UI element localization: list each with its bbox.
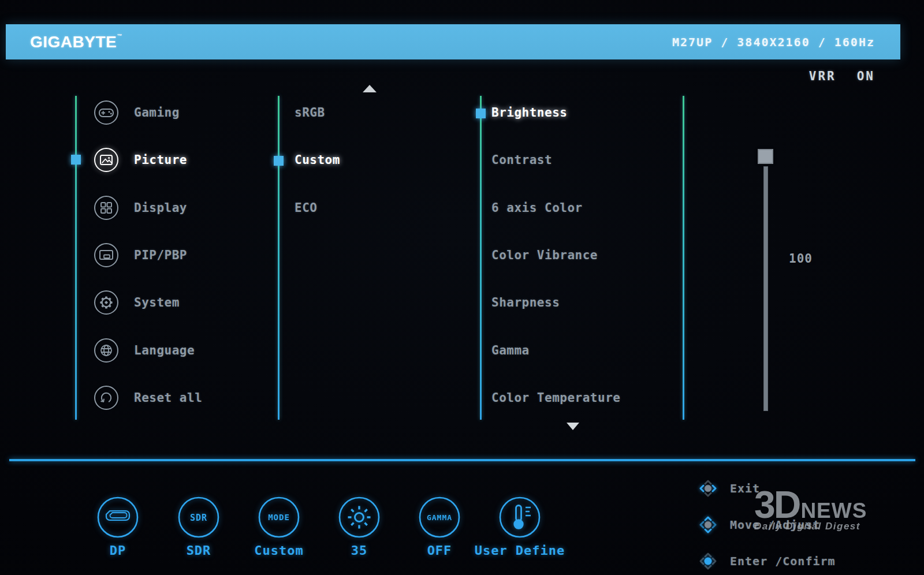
scroll-up-icon[interactable] <box>363 85 377 92</box>
gamepad-icon <box>92 99 120 126</box>
monitor-info: M27UP / 3840X2160 / 160Hz <box>672 35 875 49</box>
joystick-up-down-icon <box>695 512 721 537</box>
gigabyte-logo: GIGABYTE™ <box>30 33 122 51</box>
sidebar-item-gaming[interactable]: Gaming <box>92 89 202 136</box>
sidebar-item-picture[interactable]: Picture <box>92 136 202 184</box>
bottom-separator-line <box>9 459 915 461</box>
column-line-sidebar <box>75 96 77 420</box>
column-line-settings <box>480 96 482 420</box>
reset-arrow-icon <box>92 384 120 412</box>
sidebar-item-language[interactable]: Language <box>92 326 202 374</box>
gear-icon <box>92 289 120 316</box>
thermometer-icon <box>498 495 542 539</box>
sidebar-item-label: Picture <box>134 153 187 167</box>
status-color-temperature: User Define <box>474 495 566 558</box>
sidebar-item-label: Display <box>134 201 187 215</box>
picture-settings-list: Brightness Contrast 6 axis Color Color V… <box>491 89 620 421</box>
status-hdr-mode: SDR SDR <box>152 495 245 558</box>
selection-marker-mode <box>274 156 284 166</box>
setting-item-color-temperature[interactable]: Color Temperature <box>491 374 620 421</box>
setting-item-color-vibrance[interactable]: Color Vibrance <box>491 232 620 279</box>
sidebar-item-label: Reset all <box>134 391 202 405</box>
svg-text:GAMMA: GAMMA <box>427 513 452 522</box>
status-gamma: GAMMA OFF <box>393 495 486 558</box>
osd-screen: GIGABYTE™ M27UP / 3840X2160 / 160Hz VRR … <box>0 0 924 575</box>
selection-marker-setting <box>476 109 486 118</box>
sidebar-item-system[interactable]: System <box>92 279 202 326</box>
displayport-icon <box>96 495 140 539</box>
hint-enter-confirm: Enter /Confirm <box>695 548 836 574</box>
gamma-badge-icon: GAMMA <box>418 495 461 539</box>
sdr-badge-icon: SDR <box>177 495 221 539</box>
selection-marker-sidebar <box>71 155 81 165</box>
picture-icon <box>92 146 120 174</box>
display-grid-icon <box>92 194 120 222</box>
scroll-down-icon[interactable] <box>567 423 579 430</box>
mode-badge-icon: MODE <box>257 495 301 539</box>
mode-option-srgb[interactable]: sRGB <box>295 89 340 136</box>
sidebar-item-pip-pbp[interactable]: PIP/PBP <box>92 232 202 279</box>
joystick-press-icon <box>695 548 721 574</box>
hint-exit: Exit <box>695 476 760 501</box>
sidebar-item-reset-all[interactable]: Reset all <box>92 374 202 421</box>
vrr-label: VRR <box>809 69 836 83</box>
globe-icon <box>92 337 120 364</box>
setting-item-6-axis-color[interactable]: 6 axis Color <box>491 184 620 232</box>
hint-move-adjust: Move /Adjust <box>695 512 821 537</box>
svg-text:SDR: SDR <box>190 513 207 523</box>
column-line-right <box>683 96 684 420</box>
status-brightness: 35 <box>313 495 405 558</box>
mode-option-custom[interactable]: Custom <box>295 136 340 184</box>
vrr-value: ON <box>857 69 875 83</box>
setting-item-brightness[interactable]: Brightness <box>491 89 620 136</box>
vrr-status: VRR ON <box>809 69 875 83</box>
sidebar-item-label: Language <box>134 343 195 357</box>
sidebar: Gaming Picture <box>92 89 202 421</box>
setting-item-gamma[interactable]: Gamma <box>491 326 620 374</box>
sidebar-item-label: PIP/PBP <box>134 248 187 262</box>
brightness-slider-track <box>763 166 768 411</box>
sidebar-item-label: Gaming <box>134 106 180 120</box>
column-line-modes <box>278 96 280 420</box>
setting-item-contrast[interactable]: Contrast <box>491 136 620 184</box>
brightness-sun-icon <box>337 495 381 539</box>
brightness-slider-handle[interactable] <box>758 149 773 164</box>
setting-item-sharpness[interactable]: Sharpness <box>491 279 620 326</box>
picture-mode-list: sRGB Custom ECO <box>295 89 340 232</box>
mode-option-eco[interactable]: ECO <box>295 184 340 232</box>
header-bar: GIGABYTE™ M27UP / 3840X2160 / 160Hz <box>6 24 900 59</box>
pip-pbp-icon <box>92 241 120 269</box>
sidebar-item-display[interactable]: Display <box>92 184 202 232</box>
joystick-left-right-icon <box>695 476 721 501</box>
status-input-source: DP <box>72 495 164 558</box>
svg-text:MODE: MODE <box>268 513 290 522</box>
brightness-value: 100 <box>789 252 813 266</box>
sidebar-item-label: System <box>134 296 180 309</box>
trademark-symbol: ™ <box>117 33 122 39</box>
status-picture-mode: MODE Custom <box>233 495 325 558</box>
